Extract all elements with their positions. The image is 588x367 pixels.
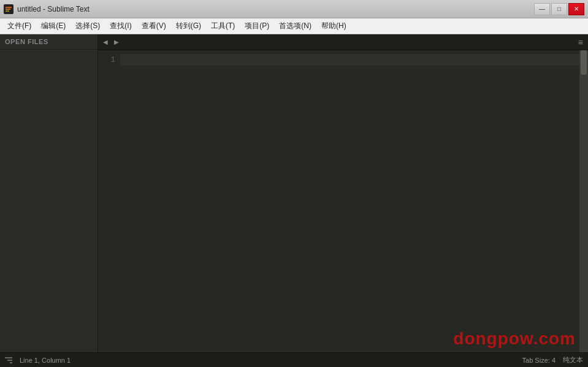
indent-line-3 (10, 362, 12, 363)
menu-bar: 文件(F)编辑(E)选择(S)查找(I)查看(V)转到(G)工具(T)项目(P)… (0, 18, 588, 34)
status-bar: Line 1, Column 1 Tab Size: 4 纯文本 (0, 352, 588, 367)
status-left: Line 1, Column 1 (5, 357, 71, 364)
line-number-1: 1 (98, 54, 115, 66)
editor-container: ◀ ▶ ≡ 1 (98, 34, 588, 352)
status-position: Line 1, Column 1 (20, 357, 71, 364)
indentation-icon (5, 357, 12, 363)
encoding-label[interactable]: 纯文本 (563, 355, 583, 365)
title-left: untitled - Sublime Text (4, 4, 90, 14)
menu-item-e[interactable]: 编辑(E) (36, 20, 71, 32)
menu-item-v[interactable]: 查看(V) (137, 20, 171, 32)
tab-menu-icon[interactable]: ≡ (576, 37, 586, 47)
open-files-label: OPEN FILES (0, 34, 97, 50)
menu-item-t[interactable]: 工具(T) (206, 20, 240, 32)
editor[interactable]: 1 (98, 50, 588, 352)
editor-content[interactable] (120, 50, 579, 352)
line-numbers: 1 (98, 50, 120, 352)
scrollbar-track[interactable] (579, 50, 588, 352)
main-area: OPEN FILES ◀ ▶ ≡ 1 (0, 34, 588, 352)
menu-item-n[interactable]: 首选项(N) (274, 20, 316, 32)
indent-line-1 (5, 357, 12, 358)
menu-item-s[interactable]: 选择(S) (71, 20, 105, 32)
close-button[interactable]: ✕ (568, 3, 584, 15)
tab-nav: ◀ ▶ (101, 37, 121, 47)
menu-item-h[interactable]: 帮助(H) (316, 20, 351, 32)
tab-next-arrow[interactable]: ▶ (112, 37, 121, 47)
title-bar: untitled - Sublime Text — □ ✕ (0, 0, 588, 18)
status-right: Tab Size: 4 纯文本 (522, 355, 583, 365)
tab-prev-arrow[interactable]: ◀ (101, 37, 110, 47)
menu-item-f[interactable]: 文件(F) (2, 20, 36, 32)
indent-line-2 (7, 360, 12, 361)
title-text: untitled - Sublime Text (17, 5, 90, 13)
app-icon (4, 4, 13, 14)
maximize-button[interactable]: □ (551, 3, 567, 15)
window-controls: — □ ✕ (534, 3, 584, 15)
tab-size-label[interactable]: Tab Size: 4 (522, 357, 556, 364)
menu-item-p[interactable]: 项目(P) (240, 20, 274, 32)
scrollbar-thumb[interactable] (581, 50, 587, 75)
sidebar: OPEN FILES (0, 34, 98, 352)
menu-item-g[interactable]: 转到(G) (171, 20, 206, 32)
sidebar-content (0, 50, 97, 352)
tab-bar: ◀ ▶ ≡ (98, 34, 588, 50)
minimize-button[interactable]: — (534, 3, 550, 15)
cursor-line (120, 54, 579, 66)
menu-item-i[interactable]: 查找(I) (105, 20, 136, 32)
